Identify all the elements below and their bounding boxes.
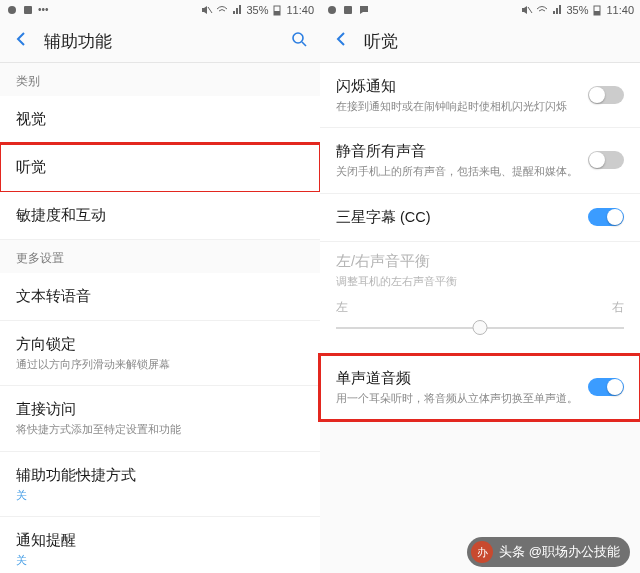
item-tts[interactable]: 文本转语音 xyxy=(0,273,320,321)
item-desc: 通过以方向序列滑动来解锁屏幕 xyxy=(16,357,304,371)
signal-icon xyxy=(231,4,243,16)
battery-percent: 35% xyxy=(246,4,268,16)
svg-rect-1 xyxy=(24,6,32,14)
status-bar: 35% 11:40 xyxy=(320,0,640,20)
slider-thumb-icon[interactable] xyxy=(473,320,488,335)
back-icon[interactable] xyxy=(12,30,30,52)
clock: 11:40 xyxy=(606,4,634,16)
mute-icon xyxy=(201,4,213,16)
item-label: 静音所有声音 xyxy=(336,142,585,161)
item-notification-reminder[interactable]: 通知提醒 关 xyxy=(0,517,320,573)
item-label: 左/右声音平衡 xyxy=(336,252,624,271)
item-label: 视觉 xyxy=(16,110,304,129)
page-title: 听觉 xyxy=(364,30,398,53)
item-label: 单声道音频 xyxy=(336,369,585,388)
toggle-switch[interactable] xyxy=(588,208,624,226)
balance-left-label: 左 xyxy=(336,299,348,316)
svg-point-7 xyxy=(328,6,336,14)
section-label-category: 类别 xyxy=(0,63,320,96)
section-label-more: 更多设置 xyxy=(0,240,320,273)
balance-right-label: 右 xyxy=(612,299,624,316)
item-label: 听觉 xyxy=(16,158,304,177)
header: 辅助功能 xyxy=(0,20,320,62)
item-label: 辅助功能快捷方式 xyxy=(16,466,304,485)
svg-rect-11 xyxy=(594,11,600,15)
accessibility-settings-pane: ••• 35% 11:40 辅助功能 类别 视觉 听觉 敏捷度和互动 xyxy=(0,0,320,573)
item-desc: 用一个耳朵听时，将音频从立体声切换至单声道。 xyxy=(336,391,585,405)
item-samsung-cc[interactable]: 三星字幕 (CC) xyxy=(320,194,640,242)
item-dexterity[interactable]: 敏捷度和互动 xyxy=(0,192,320,240)
item-desc: 关闭手机上的所有声音，包括来电、提醒和媒体。 xyxy=(336,164,585,178)
item-orientation-lock[interactable]: 方向锁定 通过以方向序列滑动来解锁屏幕 xyxy=(0,321,320,386)
wifi-icon xyxy=(536,4,548,16)
item-desc: 关 xyxy=(16,553,304,567)
clock: 11:40 xyxy=(286,4,314,16)
svg-line-6 xyxy=(302,42,306,46)
item-label: 文本转语音 xyxy=(16,287,304,306)
item-desc: 关 xyxy=(16,488,304,502)
item-direct-access[interactable]: 直接访问 将快捷方式添加至特定设置和功能 xyxy=(0,386,320,451)
watermark: 办 头条 @职场办公技能 xyxy=(467,537,630,567)
item-label: 通知提醒 xyxy=(16,531,304,550)
toggle-switch[interactable] xyxy=(588,151,624,169)
status-bar: ••• 35% 11:40 xyxy=(0,0,320,20)
signal-icon xyxy=(551,4,563,16)
toggle-switch[interactable] xyxy=(588,378,624,396)
search-icon[interactable] xyxy=(290,30,308,52)
app-icon xyxy=(22,4,34,16)
svg-rect-4 xyxy=(274,11,280,15)
wifi-icon xyxy=(216,4,228,16)
svg-rect-8 xyxy=(344,6,352,14)
toggle-switch[interactable] xyxy=(588,86,624,104)
svg-point-5 xyxy=(293,33,303,43)
notification-dot-icon xyxy=(6,4,18,16)
more-icon: ••• xyxy=(38,4,49,16)
item-label: 闪烁通知 xyxy=(336,77,585,96)
back-icon[interactable] xyxy=(332,30,350,52)
battery-icon xyxy=(271,4,283,16)
item-label: 敏捷度和互动 xyxy=(16,206,304,225)
svg-point-0 xyxy=(8,6,16,14)
item-flash-notification[interactable]: 闪烁通知 在接到通知时或在闹钟响起时使相机闪光灯闪烁 xyxy=(320,63,640,128)
item-desc: 调整耳机的左右声音平衡 xyxy=(336,274,624,289)
chat-icon xyxy=(358,4,370,16)
mute-icon xyxy=(521,4,533,16)
hearing-settings-pane: 35% 11:40 听觉 闪烁通知 在接到通知时或在闹钟响起时使相机闪光灯闪烁 … xyxy=(320,0,640,573)
item-desc: 在接到通知时或在闹钟响起时使相机闪光灯闪烁 xyxy=(336,99,585,113)
app-icon xyxy=(342,4,354,16)
item-desc: 将快捷方式添加至特定设置和功能 xyxy=(16,422,304,436)
notification-dot-icon xyxy=(326,4,338,16)
item-hearing[interactable]: 听觉 xyxy=(0,144,320,192)
battery-icon xyxy=(591,4,603,16)
balance-slider[interactable] xyxy=(336,318,624,338)
item-vision[interactable]: 视觉 xyxy=(0,96,320,144)
watermark-text: 头条 @职场办公技能 xyxy=(499,543,620,561)
avatar-icon: 办 xyxy=(471,541,493,563)
item-mute-all[interactable]: 静音所有声音 关闭手机上的所有声音，包括来电、提醒和媒体。 xyxy=(320,128,640,193)
svg-line-2 xyxy=(208,7,212,13)
item-label: 三星字幕 (CC) xyxy=(336,208,585,227)
item-label: 方向锁定 xyxy=(16,335,304,354)
page-title: 辅助功能 xyxy=(44,30,112,53)
header: 听觉 xyxy=(320,20,640,62)
item-accessibility-shortcut[interactable]: 辅助功能快捷方式 关 xyxy=(0,452,320,517)
item-sound-balance: 左/右声音平衡 调整耳机的左右声音平衡 左 右 xyxy=(320,242,640,355)
item-label: 直接访问 xyxy=(16,400,304,419)
battery-percent: 35% xyxy=(566,4,588,16)
item-mono-audio[interactable]: 单声道音频 用一个耳朵听时，将音频从立体声切换至单声道。 xyxy=(320,355,640,420)
svg-line-9 xyxy=(528,7,532,13)
